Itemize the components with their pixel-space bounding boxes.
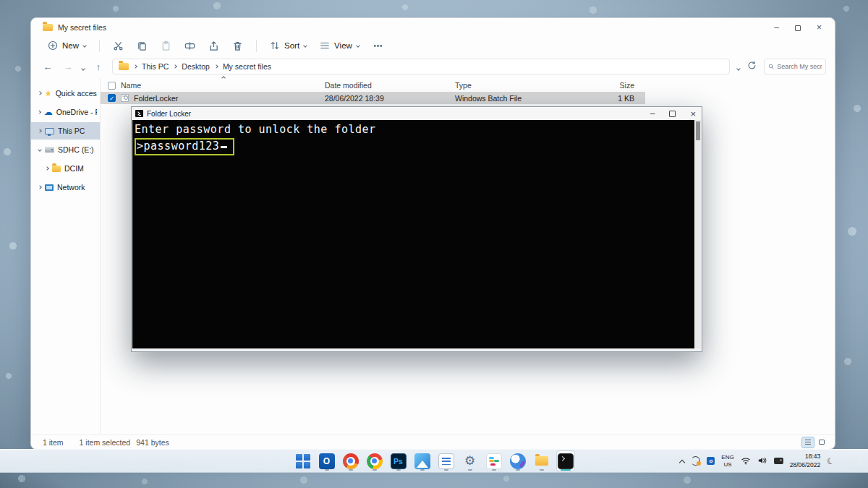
taskbar-command-prompt[interactable] — [556, 450, 575, 471]
chevron-right-icon — [174, 64, 178, 69]
close-button[interactable]: × — [690, 108, 696, 119]
maximize-button[interactable] — [669, 107, 676, 120]
close-button[interactable]: × — [817, 23, 822, 32]
cmd-window-title: Folder Locker — [147, 110, 191, 118]
share-button[interactable] — [203, 38, 224, 54]
wifi-button[interactable] — [741, 455, 751, 468]
ellipsis-icon — [373, 40, 383, 51]
sort-button[interactable]: Sort — [265, 38, 312, 53]
column-header-size[interactable]: Size — [578, 81, 634, 90]
command-prompt-icon — [558, 453, 574, 469]
language-switcher[interactable]: ENG US — [721, 454, 733, 468]
taskbar-file-explorer[interactable] — [532, 450, 551, 471]
column-header-name[interactable]: Name — [121, 81, 141, 90]
taskbar-chrome[interactable] — [365, 450, 384, 471]
up-button[interactable]: ↑ — [92, 61, 105, 72]
more-options-button[interactable] — [367, 38, 388, 54]
chevron-right-icon — [133, 64, 137, 69]
taskbar-browser-beta[interactable] — [341, 450, 360, 471]
row-checkbox-checked[interactable]: ✓ — [108, 94, 116, 102]
column-header-type[interactable]: Type — [455, 81, 578, 90]
scrollbar-thumb[interactable] — [696, 121, 700, 140]
chevron-right-icon[interactable] — [38, 185, 42, 189]
details-view-button[interactable] — [802, 437, 814, 448]
file-type: Windows Batch File — [455, 94, 578, 103]
batch-file-icon — [121, 94, 129, 102]
taskbar-photoshop[interactable]: Ps — [389, 450, 408, 471]
file-size: 1 KB — [578, 94, 634, 103]
sidebar-item-onedrive[interactable]: ☁ OneDrive - Personal — [31, 103, 100, 121]
history-dropdown-button[interactable] — [82, 60, 85, 73]
select-all-checkbox[interactable] — [108, 82, 116, 90]
command-prompt-window: Folder Locker – × Enter password to unlo… — [131, 106, 702, 352]
sidebar-item-this-pc[interactable]: This PC — [31, 122, 100, 140]
new-button[interactable]: New — [43, 38, 91, 53]
taskbar-outlook[interactable]: O — [318, 450, 336, 471]
scissors-icon — [113, 40, 124, 51]
windows-start-icon — [296, 454, 310, 468]
cut-button[interactable] — [108, 38, 129, 54]
taskbar-notepad[interactable] — [437, 450, 456, 471]
breadcrumb-current-folder[interactable]: My secret files — [223, 62, 271, 71]
taskbar-slack[interactable] — [485, 450, 503, 471]
console-scrollbar[interactable] — [694, 120, 701, 348]
search-box[interactable] — [764, 59, 826, 74]
minimize-button[interactable]: – — [650, 108, 655, 119]
chevron-right-icon[interactable] — [45, 166, 49, 171]
file-row-folderlocker[interactable]: ✓ FolderLocker 28/06/2022 18:39 Windows … — [101, 92, 645, 104]
chevron-right-icon[interactable] — [38, 111, 41, 114]
hidden-icons-button[interactable] — [680, 455, 684, 468]
paste-icon — [161, 40, 171, 51]
clock[interactable]: 18:43 28/06/2022 — [790, 453, 821, 468]
back-button[interactable]: ← — [41, 61, 54, 72]
explorer-statusbar: 1 item 1 item selected 941 bytes — [31, 435, 835, 449]
slack-icon — [486, 453, 502, 469]
delete-button[interactable] — [227, 38, 248, 54]
volume-button[interactable] — [757, 455, 767, 468]
tray-date: 28/06/2022 — [790, 461, 821, 468]
sidebar-item-network[interactable]: Network — [31, 179, 100, 196]
thumbnail-view-button[interactable] — [816, 437, 827, 448]
outlook-tray-icon[interactable]: o — [707, 457, 715, 465]
camera-icon[interactable] — [774, 458, 783, 464]
view-button[interactable]: View — [315, 38, 365, 53]
breadcrumb-desktop[interactable]: Desktop — [182, 62, 210, 71]
chrome-icon — [367, 453, 383, 469]
breadcrumb[interactable]: This PC Desktop My secret files — [112, 59, 730, 74]
breadcrumb-this-pc[interactable]: This PC — [142, 62, 169, 71]
rename-button[interactable] — [179, 38, 200, 54]
minimize-button[interactable]: – — [774, 23, 779, 32]
taskbar-photos[interactable] — [413, 450, 432, 471]
selection-count: 1 item selected — [80, 438, 131, 447]
sidebar-item-sdhc-drive[interactable]: SDHC (E:) — [31, 141, 100, 158]
search-input[interactable] — [777, 63, 822, 70]
folder-icon — [43, 24, 53, 31]
copy-button[interactable] — [132, 38, 153, 54]
item-count: 1 item — [43, 438, 64, 447]
maximize-icon — [669, 111, 676, 117]
column-header-date-modified[interactable]: Date modified — [325, 81, 455, 90]
sidebar-item-dcim[interactable]: DCIM — [31, 160, 100, 177]
explorer-titlebar[interactable]: My secret files – × — [31, 18, 835, 34]
restore-button[interactable] — [795, 21, 801, 34]
chevron-down-icon[interactable] — [38, 147, 42, 152]
cmd-titlebar[interactable]: Folder Locker – × — [132, 107, 702, 120]
console-prompt-message: Enter password to unlock the folder — [135, 122, 694, 137]
star-icon: ★ — [45, 90, 52, 98]
paste-button[interactable] — [156, 38, 176, 54]
photoshop-icon: Ps — [391, 453, 407, 469]
chevron-right-icon[interactable] — [38, 129, 42, 133]
refresh-button[interactable] — [747, 60, 757, 73]
console-output[interactable]: Enter password to unlock the folder >pas… — [132, 120, 694, 348]
chevron-right-icon[interactable] — [38, 91, 41, 95]
do-not-disturb-moon-icon[interactable]: ☾ — [826, 455, 836, 466]
taskbar-settings[interactable]: ⚙ — [461, 450, 480, 471]
start-button[interactable] — [294, 450, 312, 471]
outlook-icon: O — [319, 453, 335, 469]
taskbar-paint[interactable] — [509, 450, 527, 471]
sync-status-icon[interactable] — [691, 456, 700, 466]
forward-button[interactable]: → — [61, 61, 75, 72]
sidebar-item-quick-access[interactable]: ★ Quick access — [31, 85, 100, 102]
window-title: My secret files — [58, 23, 106, 32]
address-dropdown-button[interactable] — [737, 60, 740, 73]
